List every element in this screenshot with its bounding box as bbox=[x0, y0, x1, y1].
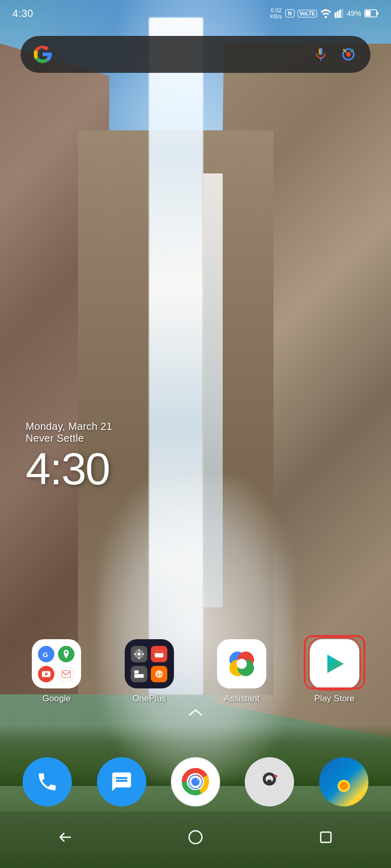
google-folder-icon: G bbox=[32, 639, 81, 688]
oneplus-folder-label: OnePlus bbox=[132, 694, 166, 704]
status-bar: 4:30 0.02KB/s N VoLTE 49% bbox=[0, 0, 391, 27]
oneplus-folder-icon: 1+ bbox=[125, 639, 174, 688]
app-assistant[interactable]: Assistant bbox=[217, 639, 266, 704]
svg-point-37 bbox=[275, 775, 278, 778]
svg-point-11 bbox=[346, 52, 350, 56]
waterfall-mist bbox=[98, 478, 294, 781]
svg-rect-9 bbox=[319, 48, 321, 55]
svg-point-34 bbox=[191, 778, 200, 786]
svg-point-0 bbox=[325, 16, 327, 18]
highlight-border bbox=[305, 636, 364, 689]
svg-point-41 bbox=[189, 831, 202, 844]
app-google-folder[interactable]: G bbox=[32, 639, 81, 704]
svg-rect-42 bbox=[321, 832, 331, 842]
dock-chrome[interactable] bbox=[171, 757, 220, 806]
app-play-store[interactable]: Play Store bbox=[310, 639, 359, 704]
wifi-icon bbox=[320, 9, 331, 18]
svg-rect-20 bbox=[155, 650, 164, 653]
volte-icon: VoLTE bbox=[298, 10, 317, 17]
bottom-dock bbox=[0, 757, 391, 806]
data-speed: 0.02KB/s bbox=[270, 7, 282, 19]
svg-rect-6 bbox=[366, 11, 371, 16]
date-widget: Monday, March 21 Never Settle 4:30 bbox=[26, 421, 112, 491]
svg-rect-2 bbox=[337, 11, 339, 18]
dock-messages[interactable] bbox=[97, 757, 146, 806]
nav-home-button[interactable] bbox=[180, 822, 211, 853]
play-store-label: Play Store bbox=[315, 694, 355, 704]
navigation-bar bbox=[0, 812, 391, 868]
svg-rect-1 bbox=[335, 12, 337, 18]
svg-point-40 bbox=[340, 782, 348, 790]
app-oneplus-folder[interactable]: 1+ OnePlus bbox=[125, 639, 174, 704]
svg-rect-7 bbox=[377, 12, 378, 15]
lens-search-button[interactable] bbox=[339, 45, 358, 64]
svg-point-18 bbox=[138, 653, 141, 656]
svg-rect-22 bbox=[134, 674, 144, 678]
assistant-icon bbox=[217, 639, 266, 688]
subtitle-display: Never Settle bbox=[26, 432, 112, 444]
status-icons: 0.02KB/s N VoLTE 49% bbox=[270, 7, 379, 19]
status-time: 4:30 bbox=[12, 8, 33, 19]
search-bar[interactable] bbox=[21, 36, 370, 73]
assistant-label: Assistant bbox=[224, 694, 260, 704]
svg-rect-4 bbox=[341, 9, 343, 18]
signal-icon bbox=[335, 9, 344, 18]
app-drawer-arrow[interactable] bbox=[0, 707, 391, 719]
svg-point-29 bbox=[237, 659, 247, 669]
svg-rect-21 bbox=[134, 670, 139, 673]
svg-point-36 bbox=[267, 779, 272, 784]
svg-rect-3 bbox=[339, 10, 341, 18]
nav-back-button[interactable] bbox=[50, 822, 81, 853]
voice-search-button[interactable] bbox=[311, 45, 330, 64]
dock-daylight[interactable] bbox=[319, 757, 368, 806]
battery-icon bbox=[364, 9, 379, 17]
svg-rect-16 bbox=[62, 670, 71, 677]
google-folder-label: Google bbox=[43, 694, 71, 704]
play-store-icon bbox=[310, 639, 359, 688]
svg-point-13 bbox=[65, 651, 67, 653]
nav-recents-button[interactable] bbox=[310, 822, 341, 853]
date-display: Monday, March 21 bbox=[26, 421, 112, 432]
svg-text:G: G bbox=[43, 650, 48, 658]
svg-text:1+: 1+ bbox=[157, 672, 162, 677]
nfc-icon: N bbox=[285, 9, 295, 17]
google-logo bbox=[33, 45, 52, 64]
time-display: 4:30 bbox=[26, 446, 112, 491]
dock-camera[interactable] bbox=[245, 757, 294, 806]
dock-phone[interactable] bbox=[23, 757, 72, 806]
svg-point-35 bbox=[197, 779, 199, 781]
battery-percent: 49% bbox=[347, 9, 361, 17]
svg-marker-30 bbox=[327, 655, 344, 673]
app-grid: G bbox=[0, 639, 391, 704]
